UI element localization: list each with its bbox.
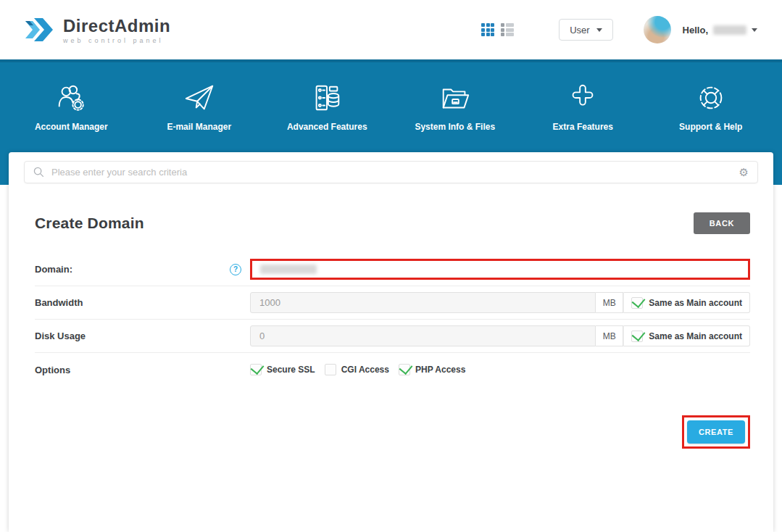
user-level-dropdown[interactable]: User: [559, 19, 612, 41]
option-php-access[interactable]: PHP Access: [399, 364, 465, 375]
domain-label: Domain:: [35, 264, 72, 275]
domain-label-col: Domain: ?: [35, 264, 250, 275]
form-row-disk-usage: Disk Usage MB Same as Main account: [35, 320, 750, 353]
search-input[interactable]: [44, 167, 739, 178]
username-redacted: [713, 25, 746, 35]
bandwidth-input[interactable]: [250, 292, 596, 313]
create-button[interactable]: CREATE: [687, 420, 745, 444]
option-cgi-access[interactable]: CGI Access: [325, 364, 389, 375]
disk-usage-label: Disk Usage: [35, 331, 86, 341]
user-greeting: Hello,: [683, 25, 757, 36]
same-as-main-label: Same as Main account: [649, 298, 742, 308]
greeting-text: Hello,: [683, 25, 708, 36]
search-settings-gear-icon[interactable]: ⚙: [739, 167, 749, 178]
checkbox-unchecked-icon[interactable]: [325, 364, 336, 375]
chevron-down-icon: [752, 28, 757, 32]
disk-usage-input-group: MB Same as Main account: [250, 325, 750, 346]
user-level-label: User: [570, 25, 589, 36]
nav-item-extra-features[interactable]: Extra Features: [525, 81, 641, 132]
options-label-col: Options: [35, 365, 250, 375]
search-icon: [33, 167, 44, 178]
search-bar: ⚙: [24, 161, 758, 183]
nav-label: Advanced Features: [287, 122, 367, 132]
checkbox-checked-icon[interactable]: [250, 364, 262, 375]
nav-item-advanced-features[interactable]: Advanced Features: [269, 81, 385, 132]
options-group: Secure SSL CGI Access PHP Access: [250, 364, 465, 375]
bandwidth-input-group: MB Same as Main account: [250, 292, 750, 313]
option-secure-ssl[interactable]: Secure SSL: [250, 364, 315, 375]
option-label: CGI Access: [341, 365, 389, 375]
logo-text: DirectAdmin web control panel: [63, 16, 170, 44]
advanced-features-icon: [310, 81, 344, 115]
checkbox-checked-icon[interactable]: [399, 364, 410, 375]
nav-label: System Info & Files: [415, 122, 495, 132]
create-button-row: CREATE: [35, 415, 750, 449]
nav-item-support-help[interactable]: Support & Help: [653, 81, 769, 132]
help-icon[interactable]: ?: [230, 264, 241, 275]
page-title: Create Domain: [35, 215, 144, 232]
brand-tagline: web control panel: [63, 37, 170, 44]
nav-label: Support & Help: [679, 122, 742, 132]
email-manager-icon: [183, 81, 216, 115]
nav-item-email-manager[interactable]: E-mail Manager: [141, 81, 257, 132]
options-field-col: Secure SSL CGI Access PHP Access: [250, 364, 750, 375]
nav-item-account-manager[interactable]: Account Manager: [13, 81, 129, 132]
extra-features-icon: [566, 81, 599, 115]
brand-name: DirectAdmin: [63, 16, 170, 36]
checkbox-checked-icon[interactable]: [631, 297, 643, 309]
create-domain-form: Domain: ? Bandwidth MB Sa: [35, 253, 750, 386]
bandwidth-same-as-main-checkbox[interactable]: Same as Main account: [623, 292, 750, 313]
domain-input-wrap: [250, 259, 750, 280]
nav-label: Extra Features: [553, 122, 613, 132]
nav-item-system-info-files[interactable]: System Info & Files: [397, 81, 513, 132]
page-title-row: Create Domain BACK: [35, 212, 750, 234]
form-row-domain: Domain: ?: [35, 253, 750, 286]
bandwidth-label: Bandwidth: [35, 297, 83, 308]
nav-label: Account Manager: [35, 122, 108, 132]
avatar[interactable]: [644, 16, 671, 43]
option-label: PHP Access: [415, 365, 465, 375]
domain-input[interactable]: [250, 259, 750, 280]
back-button[interactable]: BACK: [694, 212, 750, 234]
bandwidth-unit: MB: [596, 292, 623, 313]
disk-usage-unit: MB: [596, 325, 623, 346]
account-manager-icon: [54, 81, 88, 115]
main-nav: Account Manager E-mail Manager Advanced …: [0, 62, 782, 132]
disk-usage-same-as-main-checkbox[interactable]: Same as Main account: [623, 325, 750, 346]
disk-usage-input[interactable]: [250, 325, 596, 346]
system-info-files-icon: [438, 81, 472, 115]
header-controls: User Hello,: [481, 16, 757, 43]
directadmin-chevron-icon: [24, 15, 56, 44]
annotation-highlight-box: CREATE: [682, 415, 750, 449]
main-content-card: ⚙ Create Domain BACK Domain: ? Bandwidth: [9, 152, 773, 532]
form-row-bandwidth: Bandwidth MB Same as Main account: [35, 286, 750, 320]
domain-field-col: [250, 259, 750, 280]
bandwidth-label-col: Bandwidth: [35, 297, 250, 308]
grid-view-icon[interactable]: [481, 23, 494, 36]
chevron-down-icon: [596, 28, 602, 32]
top-header: DirectAdmin web control panel User Hello…: [0, 0, 782, 59]
form-row-options: Options Secure SSL CGI Access PHP Access: [35, 353, 750, 386]
support-help-icon: [694, 81, 728, 115]
bandwidth-field-col: MB Same as Main account: [250, 292, 750, 313]
user-menu[interactable]: Hello,: [644, 16, 757, 43]
disk-usage-field-col: MB Same as Main account: [250, 325, 750, 346]
same-as-main-label: Same as Main account: [649, 331, 742, 341]
option-label: Secure SSL: [267, 365, 315, 375]
disk-usage-label-col: Disk Usage: [35, 331, 250, 341]
checkbox-checked-icon[interactable]: [631, 331, 643, 342]
view-toggles: [481, 23, 514, 36]
nav-label: E-mail Manager: [167, 122, 231, 132]
list-view-icon[interactable]: [501, 23, 514, 36]
options-label: Options: [35, 365, 70, 375]
directadmin-logo[interactable]: DirectAdmin web control panel: [24, 15, 170, 44]
